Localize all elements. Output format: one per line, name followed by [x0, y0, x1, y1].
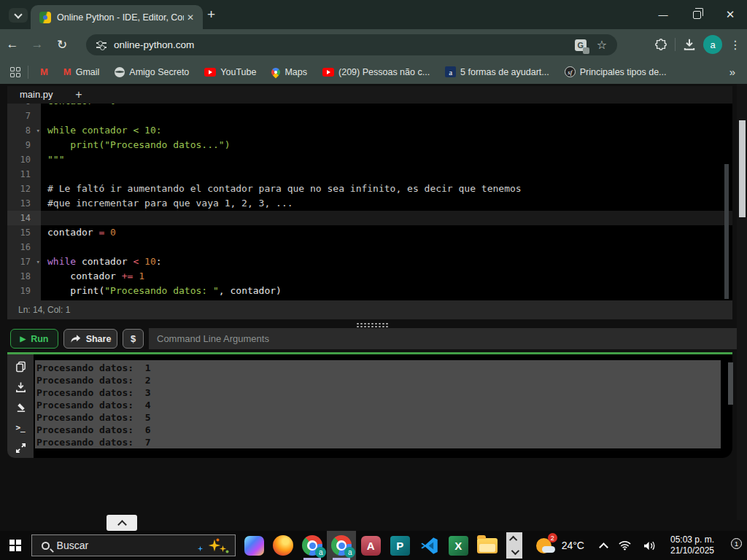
taskbar-app-firefox[interactable]	[268, 531, 298, 560]
code-text	[41, 167, 47, 182]
line-number: 12	[7, 182, 41, 196]
copy-icon[interactable]	[15, 360, 27, 373]
forward-button[interactable]: →	[25, 37, 50, 52]
reload-button[interactable]: ↻	[50, 37, 74, 52]
bookmark-item[interactable]: MGmail	[59, 66, 104, 77]
code-line: 11	[7, 167, 732, 182]
speaker-icon[interactable]	[643, 540, 657, 551]
taskbar-app-vscode[interactable]	[414, 531, 444, 560]
code-line: 10"""	[7, 152, 732, 167]
taskbar-app-chrome[interactable]: a	[327, 531, 356, 560]
browser-menu-icon[interactable]: ⋮	[729, 38, 740, 52]
code-line: 9 print("Procesando datos...")	[7, 138, 732, 152]
terminal-icon[interactable]: >_	[15, 421, 27, 434]
cli-args-button[interactable]: $	[123, 329, 144, 349]
minimize-button[interactable]: —	[646, 0, 680, 29]
address-bar[interactable]: online-python.com G ☆	[86, 34, 617, 55]
share-icon	[70, 334, 81, 343]
taskbar-app-explorer[interactable]	[473, 531, 502, 560]
extensions-icon[interactable]	[654, 38, 667, 51]
line-number: 11	[7, 167, 41, 182]
divider	[675, 38, 676, 51]
taskbar-scroll-buttons[interactable]	[506, 532, 522, 559]
bookmark-item[interactable]: Amigo Secreto	[110, 67, 193, 77]
taskbar-app-publisher[interactable]: P	[385, 531, 414, 560]
bookmark-item[interactable]: (209) Pessoas não c...	[318, 67, 434, 77]
search-highlights-icon	[197, 538, 228, 554]
bookmark-label: (209) Pessoas não c...	[338, 67, 430, 77]
close-button[interactable]: ✕	[713, 0, 747, 29]
site-settings-icon[interactable]	[96, 41, 107, 50]
taskbar-app-chrome[interactable]: a	[298, 531, 327, 560]
line-number: 10	[7, 152, 41, 167]
line-number: 7	[7, 109, 41, 123]
profile-badge: a	[344, 547, 355, 558]
taskbar-app-excel[interactable]: X	[444, 531, 473, 560]
download-icon[interactable]	[683, 38, 696, 51]
code-line: 19 print("Procesando datos: ", contador)	[7, 284, 732, 298]
expand-icon[interactable]	[15, 442, 27, 454]
weather-widget[interactable]: 2 24°C	[535, 535, 584, 556]
bookmark-item[interactable]: YouTube	[200, 67, 260, 77]
navbar-right: a ⋮	[654, 29, 747, 60]
taskbar-app-copilot[interactable]	[239, 531, 268, 560]
bookmarks-overflow-icon[interactable]: »	[729, 66, 747, 78]
console-output-line: Procesando datos: 3	[35, 386, 721, 399]
taskbar-search[interactable]	[31, 534, 236, 556]
tray-chevron-icon[interactable]	[599, 542, 608, 552]
browser-tab[interactable]: Online Python - IDE, Editor, Con ✕	[31, 5, 203, 29]
apps-grid-icon[interactable]	[10, 67, 20, 77]
code-line: 6contador = 0	[7, 104, 732, 109]
run-button[interactable]: ▶ Run	[10, 329, 58, 349]
page-scrollbar-thumb[interactable]	[739, 120, 746, 217]
restore-button[interactable]	[680, 0, 713, 29]
code-text: print("Procesando datos: ", contador)	[41, 284, 282, 298]
editor-scrollbar[interactable]	[724, 164, 729, 299]
console-icon-rail: >_	[7, 354, 34, 458]
new-tab-button[interactable]: +	[207, 7, 215, 21]
taskbar-app-access[interactable]: A	[356, 531, 385, 560]
youtube-icon	[322, 68, 334, 77]
tab-close-icon[interactable]: ✕	[184, 11, 197, 24]
back-button[interactable]: ←	[0, 37, 25, 52]
bookmark-label: Principales tipos de...	[580, 67, 667, 77]
profile-avatar[interactable]: a	[703, 35, 722, 54]
bookmark-item[interactable]: sfPrincipales tipos de...	[560, 66, 671, 77]
wifi-icon[interactable]	[618, 540, 632, 551]
line-number: 8▾	[7, 123, 41, 138]
cli-args-input[interactable]	[149, 328, 740, 349]
save-icon[interactable]	[15, 381, 27, 393]
notifications-badge: 1	[731, 538, 742, 549]
date-label: 21/10/2025	[670, 545, 714, 556]
search-icon	[42, 542, 50, 550]
code-line: 15contador = 0	[7, 225, 732, 240]
bookmark-item[interactable]: M	[36, 66, 53, 77]
taskbar-apps: aaAPX	[239, 531, 502, 560]
clock[interactable]: 05:03 p. m. 21/10/2025	[670, 534, 714, 556]
fold-caret-icon[interactable]: ▾	[36, 123, 40, 138]
start-button[interactable]	[9, 540, 21, 551]
search-input[interactable]	[57, 540, 166, 551]
tab-search-button[interactable]	[9, 8, 28, 23]
bookmark-label: Maps	[285, 67, 307, 77]
console-output-line: Procesando datos: 5	[35, 411, 721, 424]
fold-caret-icon[interactable]: ▾	[36, 254, 40, 269]
code-editor[interactable]: 6contador = 078▾while contador < 10:9 pr…	[7, 104, 732, 300]
page-scrollbar-track[interactable]	[737, 84, 747, 520]
console-output[interactable]: Procesando datos: 1Procesando datos: 2Pr…	[34, 354, 732, 458]
hidden-icons-button[interactable]	[107, 515, 137, 531]
console-scrollbar[interactable]	[728, 362, 733, 405]
code-line: 12# Le faltó ir aumentando el contador p…	[7, 182, 732, 196]
clear-icon[interactable]	[15, 401, 27, 413]
code-text: while contador < 10:	[41, 254, 162, 269]
new-file-button[interactable]: +	[71, 86, 86, 104]
file-tab-mainpy[interactable]: main.py	[7, 86, 66, 104]
bookmark-item[interactable]: a5 formas de ayudart...	[441, 66, 554, 77]
explorer-icon	[477, 538, 498, 553]
share-button[interactable]: Share	[63, 329, 117, 349]
bookmark-star-icon[interactable]: ☆	[597, 38, 607, 52]
bookmark-item[interactable]: Maps	[267, 67, 311, 77]
line-number: 9	[7, 138, 41, 152]
translate-icon[interactable]: G	[575, 39, 587, 51]
publisher-icon: P	[390, 536, 410, 556]
